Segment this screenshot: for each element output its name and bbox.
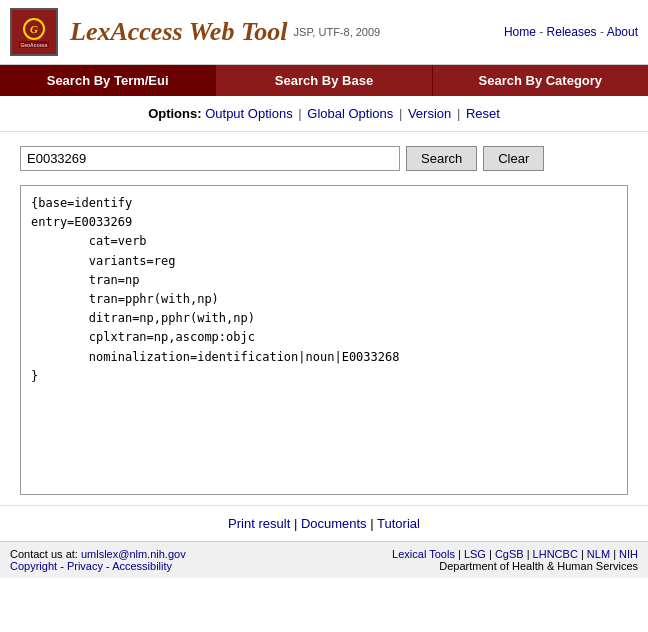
- navbar: Search By Term/Eui Search By Base Search…: [0, 65, 648, 96]
- options-bar: Options: Output Options | Global Options…: [0, 96, 648, 132]
- app-logo: G GeoAccess: [10, 8, 58, 56]
- nav-search-term[interactable]: Search By Term/Eui: [0, 65, 216, 96]
- output-options-link[interactable]: Output Options: [205, 106, 292, 121]
- footer: Contact us at: umlslex@nlm.nih.gov Copyr…: [0, 541, 648, 578]
- header-links: Home - Releases - About: [504, 25, 638, 39]
- reset-link[interactable]: Reset: [466, 106, 500, 121]
- search-input[interactable]: [20, 146, 400, 171]
- search-area: Search Clear: [0, 132, 648, 185]
- options-label: Options:: [148, 106, 201, 121]
- app-subtitle: JSP, UTF-8, 2009: [294, 26, 381, 38]
- home-link[interactable]: Home: [504, 25, 536, 39]
- footer-right: Lexical Tools | LSG | CgSB | LHNCBC | NL…: [392, 548, 638, 572]
- cgsb-link[interactable]: CgSB: [495, 548, 524, 560]
- contact-email[interactable]: umlslex@nlm.nih.gov: [81, 548, 186, 560]
- tutorial-link[interactable]: Tutorial: [377, 516, 420, 531]
- lhncbc-link[interactable]: LHNCBC: [533, 548, 578, 560]
- about-link[interactable]: About: [607, 25, 638, 39]
- nav-search-base[interactable]: Search By Base: [216, 65, 432, 96]
- lsg-link[interactable]: LSG: [464, 548, 486, 560]
- footer-left: Contact us at: umlslex@nlm.nih.gov Copyr…: [10, 548, 186, 572]
- contact-label: Contact us at:: [10, 548, 81, 560]
- svg-text:GeoAccess: GeoAccess: [20, 42, 47, 48]
- svg-text:G: G: [30, 23, 38, 35]
- app-title: LexAccess Web Tool: [70, 17, 288, 47]
- clear-button[interactable]: Clear: [483, 146, 544, 171]
- results-box[interactable]: {base=identify entry=E0033269 cat=verb v…: [20, 185, 628, 495]
- search-button[interactable]: Search: [406, 146, 477, 171]
- nav-search-category[interactable]: Search By Category: [433, 65, 648, 96]
- privacy-link[interactable]: Privacy: [67, 560, 103, 572]
- header: G GeoAccess LexAccess Web Tool JSP, UTF-…: [0, 0, 648, 65]
- lexical-tools-link[interactable]: Lexical Tools: [392, 548, 455, 560]
- copyright-link[interactable]: Copyright: [10, 560, 57, 572]
- results-container: {base=identify entry=E0033269 cat=verb v…: [20, 185, 628, 495]
- nlm-link[interactable]: NLM: [587, 548, 610, 560]
- documents-link[interactable]: Documents: [301, 516, 367, 531]
- global-options-link[interactable]: Global Options: [307, 106, 393, 121]
- print-result-link[interactable]: Print result: [228, 516, 290, 531]
- version-link[interactable]: Version: [408, 106, 451, 121]
- dept-label: Department of Health & Human Services: [439, 560, 638, 572]
- releases-link[interactable]: Releases: [547, 25, 597, 39]
- nih-link[interactable]: NIH: [619, 548, 638, 560]
- accessibility-link[interactable]: Accessibility: [112, 560, 172, 572]
- bottom-links: Print result | Documents | Tutorial: [0, 505, 648, 541]
